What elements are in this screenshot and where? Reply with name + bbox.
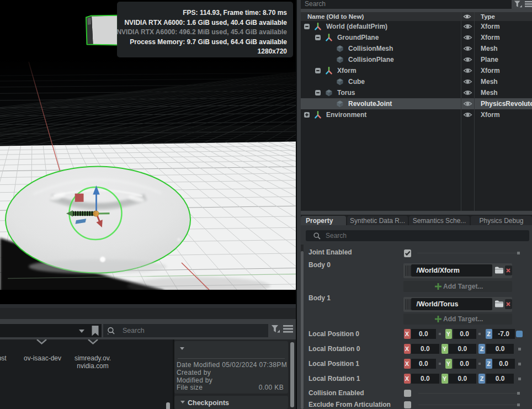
column-header-visibility-eye-icon[interactable] (463, 13, 471, 20)
stage-tree-row[interactable]: CollisionPlane Plane (301, 54, 532, 65)
prim-name[interactable]: CollisionMesh (348, 43, 393, 54)
vector-value-field[interactable]: 0.0 (486, 344, 514, 354)
changed-value-indicator[interactable] (516, 331, 523, 337)
visibility-eye-icon[interactable] (463, 88, 472, 97)
vector-value-field[interactable]: 0.0 (449, 344, 476, 354)
stage-tree-row[interactable]: RevoluteJoint PhysicsRevoluteJoint (301, 98, 532, 109)
default-value-indicator[interactable] (518, 363, 521, 365)
file-size-row: File size0.00 KB (177, 384, 286, 392)
tab-synthetic-data[interactable]: Synthetic Data R... (347, 216, 408, 225)
visibility-eye-icon[interactable] (463, 110, 472, 119)
property-scrollbar[interactable] (301, 245, 304, 409)
prim-name[interactable]: CollisionPlane (348, 54, 394, 65)
stage-tree-row[interactable]: Cube Mesh (301, 76, 532, 87)
browser-options-menu-icon[interactable] (283, 325, 293, 333)
vector-value-field[interactable]: 0.0 (492, 359, 515, 369)
path-breadcrumb-bar[interactable] (0, 324, 102, 337)
vector-value-field[interactable]: 0.0 (411, 344, 439, 354)
grid-item-localhost[interactable]: localhost (0, 354, 18, 362)
viewport-3d[interactable]: FPS: 114.93, Frame time: 8.70 ms NVIDIA … (0, 0, 296, 304)
gizmo-plane-handle-red[interactable] (75, 194, 84, 202)
prim-name[interactable]: Environment (326, 109, 366, 120)
property-search-input[interactable]: Search (306, 230, 529, 241)
exclude-articulation-checkbox[interactable] (404, 401, 411, 409)
default-value-indicator[interactable] (517, 392, 520, 395)
tab-physics-debug[interactable]: Physics Debug (471, 216, 532, 225)
visibility-eye-icon[interactable] (463, 77, 472, 86)
vector-value-field[interactable]: -7.0 (492, 329, 515, 339)
tab-semantics-schema[interactable]: Semantics Sche... (409, 216, 470, 225)
visibility-eye-icon[interactable] (463, 33, 472, 42)
prim-name[interactable]: GroundPlane (337, 32, 379, 43)
drag-handle[interactable] (403, 297, 411, 312)
visibility-eye-icon[interactable] (463, 55, 472, 64)
prim-name[interactable]: Xform (337, 65, 357, 76)
browse-folder-icon[interactable] (495, 267, 503, 274)
visibility-eye-icon[interactable] (463, 44, 472, 53)
column-separator[interactable] (461, 12, 461, 211)
vector-value-field[interactable]: 0.0 (411, 359, 436, 369)
path-dropdown-icon[interactable] (79, 330, 84, 333)
expand-plus-icon[interactable] (304, 112, 310, 118)
vector-value-field[interactable]: 0.0 (453, 359, 476, 369)
visibility-eye-icon[interactable] (463, 66, 472, 75)
visibility-eye-icon[interactable] (463, 99, 472, 108)
remove-target-button[interactable] (505, 299, 512, 309)
collapse-triangle-icon[interactable] (180, 347, 184, 350)
stage-tree-row[interactable]: CollisionMesh Mesh (301, 43, 532, 54)
body0-target-path[interactable]: /World/Xform (411, 264, 492, 277)
collapse-minus-icon[interactable] (315, 35, 321, 40)
remove-target-button[interactable] (505, 265, 512, 275)
stage-tree-row[interactable]: Environment Xform (301, 109, 532, 120)
vector-value-field[interactable]: 0.0 (411, 374, 439, 384)
bookmark-icon[interactable] (92, 326, 99, 336)
details-scrollbar-thumb[interactable] (290, 342, 294, 407)
collapse-minus-icon[interactable] (315, 68, 321, 73)
stage-tree-row[interactable]: World (defaultPrim) Xform (301, 21, 532, 32)
collapse-minus-icon[interactable] (304, 24, 310, 29)
stage-filter-icon[interactable] (514, 1, 523, 8)
gizmo-center[interactable] (93, 211, 99, 216)
grid-item-ov-isaac-dev[interactable]: ov-isaac-dev (18, 354, 67, 362)
column-header-type[interactable]: Type (481, 12, 495, 21)
vector-value-field[interactable]: 0.0 (449, 374, 476, 384)
vector-value-field[interactable]: 0.0 (411, 329, 436, 339)
stage-tree-row[interactable]: Xform Xform (301, 65, 532, 76)
add-target-button[interactable]: Add Target... (403, 281, 512, 292)
default-value-indicator[interactable] (517, 403, 520, 406)
stage-tree-row[interactable]: Torus Mesh (301, 87, 532, 98)
default-value-indicator[interactable] (517, 252, 520, 254)
browse-folder-icon[interactable] (495, 300, 503, 307)
column-separator[interactable] (474, 12, 475, 211)
panel-splitter[interactable] (296, 0, 301, 409)
file-size-value: 0.00 KB (259, 384, 284, 392)
browser-filter-icon[interactable] (271, 325, 280, 333)
default-value-indicator[interactable] (518, 378, 521, 380)
browser-search-input[interactable]: Search (103, 324, 268, 337)
prim-name[interactable]: RevoluteJoint (348, 98, 392, 109)
vector-value-field[interactable]: 0.0 (486, 374, 514, 384)
grid-scrollbar-thumb[interactable] (166, 402, 170, 409)
tab-property[interactable]: Property (301, 216, 346, 225)
collapse-minus-icon[interactable] (315, 90, 321, 95)
torus-mesh[interactable] (6, 167, 190, 274)
prim-name[interactable]: Cube (348, 76, 365, 87)
body1-target-path[interactable]: /World/Torus (411, 298, 492, 310)
vector-value-field[interactable]: 0.0 (453, 329, 476, 339)
grid-item-simready[interactable]: simready.ov. nvidia.com (68, 354, 118, 370)
column-header-name[interactable]: Name (Old to New) (307, 12, 364, 21)
default-value-indicator[interactable] (518, 348, 521, 350)
drag-handle[interactable] (403, 263, 411, 278)
stage-search-input[interactable]: Search (301, 0, 512, 9)
collision-enabled-checkbox[interactable] (404, 390, 411, 397)
axis-badge-x: X (404, 359, 411, 369)
add-target-button[interactable]: Add Target... (403, 314, 512, 325)
checkpoints-collapse-icon[interactable] (180, 401, 185, 403)
prim-name[interactable]: Torus (337, 87, 355, 98)
stage-tree-row[interactable]: GroundPlane Xform (301, 32, 532, 43)
stage-options-menu-icon[interactable] (525, 1, 532, 7)
joint-enabled-checkbox[interactable] (404, 249, 411, 257)
visibility-eye-icon[interactable] (463, 22, 472, 31)
cube-mesh[interactable] (86, 15, 118, 45)
prim-name[interactable]: World (defaultPrim) (326, 21, 387, 32)
